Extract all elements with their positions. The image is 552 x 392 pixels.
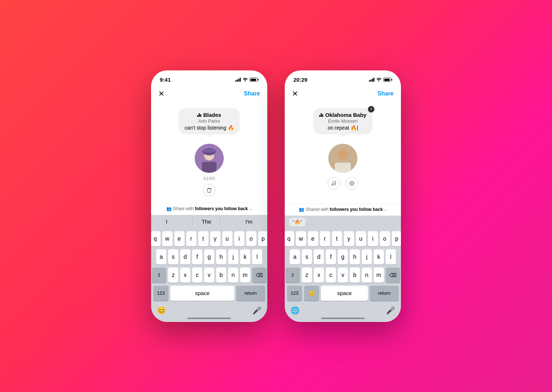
key-l[interactable]: l: [252, 249, 262, 265]
key-d[interactable]: d: [180, 249, 190, 265]
key2-z[interactable]: z: [302, 268, 312, 283]
mic-icon-2[interactable]: 🎤: [386, 306, 395, 315]
key2-w[interactable]: w: [296, 231, 306, 246]
key2-o[interactable]: o: [380, 231, 390, 246]
song-bubble-wrapper-1: Blades Arlo Parks can't stop listening 🔥: [179, 108, 240, 139]
key-g[interactable]: g: [204, 249, 214, 265]
key-m[interactable]: m: [240, 268, 250, 283]
key2-u[interactable]: u: [356, 231, 366, 246]
key2-d[interactable]: d: [314, 249, 324, 265]
delete-button-1[interactable]: [203, 184, 215, 196]
home-bar-1: [187, 318, 231, 319]
music-note-icon[interactable]: [328, 177, 340, 189]
key-123-1[interactable]: 123: [153, 286, 169, 301]
emoji-keyboard-key[interactable]: 😊: [304, 286, 319, 301]
key-o[interactable]: o: [246, 231, 256, 246]
autocomplete-item-2[interactable]: The: [192, 218, 220, 225]
key2-i[interactable]: i: [368, 231, 378, 246]
key2-m[interactable]: m: [374, 268, 384, 283]
return-key-2[interactable]: return: [370, 286, 399, 301]
key-x[interactable]: x: [180, 268, 190, 283]
backspace-key-1[interactable]: ⌫: [252, 268, 267, 283]
avatar-2: [328, 144, 357, 173]
key-k[interactable]: k: [240, 249, 250, 265]
key-r[interactable]: r: [186, 231, 196, 246]
key2-e[interactable]: e: [308, 231, 318, 246]
key-p[interactable]: p: [258, 231, 268, 246]
key2-p[interactable]: p: [392, 231, 401, 246]
key-z[interactable]: z: [168, 268, 178, 283]
key2-a[interactable]: a: [290, 249, 300, 265]
key2-y[interactable]: y: [344, 231, 354, 246]
key-123-2[interactable]: 123: [287, 286, 302, 301]
key-w[interactable]: w: [162, 231, 172, 246]
phone-2: 20:29 ✕ Share: [285, 70, 401, 322]
char-count-1: 41/60: [203, 176, 215, 181]
key-row-2-1: q w e r t y u i o p: [286, 231, 400, 246]
key-v[interactable]: v: [204, 268, 214, 283]
key-row-1-3: ⇧ z x c v b n m ⌫: [152, 268, 266, 283]
autocomplete-item-1[interactable]: I: [162, 218, 172, 225]
phone-1: 9:41 ✕ Share: [151, 70, 267, 322]
key2-l[interactable]: l: [386, 249, 396, 265]
svg-point-4: [202, 149, 216, 152]
close-button-2[interactable]: ✕: [292, 89, 298, 98]
key-h[interactable]: h: [216, 249, 226, 265]
key2-v[interactable]: v: [338, 268, 348, 283]
album-icon[interactable]: [346, 177, 358, 189]
key2-f[interactable]: f: [326, 249, 336, 265]
key2-b[interactable]: b: [350, 268, 360, 283]
globe-icon-2[interactable]: 🌐: [291, 306, 300, 315]
key-n[interactable]: n: [228, 268, 238, 283]
key-j[interactable]: j: [228, 249, 238, 265]
key-q[interactable]: q: [151, 231, 161, 246]
key-i[interactable]: i: [234, 231, 244, 246]
key2-x[interactable]: x: [314, 268, 324, 283]
shift-key-2[interactable]: ⇧: [285, 268, 300, 283]
return-key-1[interactable]: return: [236, 286, 265, 301]
bubble-close-button[interactable]: ×: [368, 106, 374, 113]
share-footer-2[interactable]: 👥 Shared with followers you follow back …: [285, 204, 401, 216]
autocomplete-item-3[interactable]: I'm: [241, 218, 257, 225]
key2-k[interactable]: k: [374, 249, 384, 265]
key2-c[interactable]: c: [326, 268, 336, 283]
key-t[interactable]: t: [198, 231, 208, 246]
space-key-2[interactable]: space: [321, 286, 368, 301]
people-icon-2: 👥: [299, 207, 304, 212]
key-f[interactable]: f: [192, 249, 202, 265]
close-button-1[interactable]: ✕: [158, 89, 165, 98]
app-header-2: ✕ Share: [285, 86, 401, 102]
key-b[interactable]: b: [216, 268, 226, 283]
song-bubble-2[interactable]: × Oklahoma Baby Emile Mosseri on repeat …: [313, 108, 372, 134]
share-button-2[interactable]: Share: [378, 90, 394, 97]
emoji-suggest-item[interactable]: "🔥": [289, 218, 305, 226]
app-header-1: ✕ Share: [151, 86, 267, 102]
key-row-2-3: ⇧ z x c v b n m ⌫: [286, 268, 400, 283]
share-button-1[interactable]: Share: [244, 90, 260, 97]
key-s[interactable]: s: [168, 249, 178, 265]
share-footer-1[interactable]: 👥 Share with followers you follow back ⌄: [151, 203, 267, 215]
backspace-key-2[interactable]: ⌫: [386, 268, 400, 283]
key2-s[interactable]: s: [302, 249, 312, 265]
shift-key-1[interactable]: ⇧: [152, 268, 166, 283]
key2-r[interactable]: r: [320, 231, 330, 246]
key-e[interactable]: e: [174, 231, 184, 246]
key-c[interactable]: c: [192, 268, 202, 283]
mic-icon-1[interactable]: 🎤: [252, 306, 261, 315]
key-a[interactable]: a: [156, 249, 166, 265]
song-bubble-1[interactable]: Blades Arlo Parks can't stop listening 🔥: [179, 108, 240, 134]
key2-q[interactable]: q: [285, 231, 294, 246]
share-chevron-1: ⌄: [249, 207, 252, 211]
key-row-2-4: 123 😊 space return: [286, 286, 400, 301]
bottom-bar-2: 🌐 🎤: [285, 305, 401, 316]
space-key-1[interactable]: space: [170, 286, 234, 301]
key2-g[interactable]: g: [338, 249, 348, 265]
key-y[interactable]: y: [210, 231, 220, 246]
content-area-1: Blades Arlo Parks can't stop listening 🔥: [151, 102, 267, 203]
emoji-icon-1[interactable]: 😊: [157, 306, 166, 315]
key2-j[interactable]: j: [362, 249, 372, 265]
key-u[interactable]: u: [222, 231, 232, 246]
key2-h[interactable]: h: [350, 249, 360, 265]
key2-n[interactable]: n: [362, 268, 372, 283]
key2-t[interactable]: t: [332, 231, 342, 246]
